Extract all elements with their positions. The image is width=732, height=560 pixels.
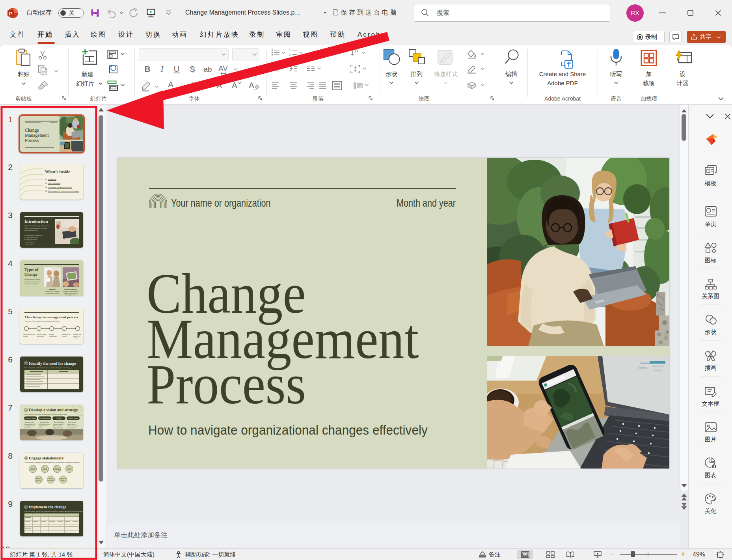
svg-text:owners: owners xyxy=(67,469,71,470)
svg-text:04: 04 xyxy=(25,506,27,508)
svg-text:A: A xyxy=(355,48,358,54)
svg-text:1: 1 xyxy=(289,49,291,52)
svg-text:end users: end users xyxy=(36,480,41,481)
svg-text:leaders: leaders xyxy=(61,480,65,481)
svg-text:02: 02 xyxy=(25,409,27,411)
svg-text:executives: executives xyxy=(30,469,36,470)
svg-text:employees: employees xyxy=(48,480,54,481)
svg-text:sponsors: sponsors xyxy=(43,469,48,470)
svg-text:01: 01 xyxy=(25,362,27,364)
svg-text:2: 2 xyxy=(289,53,291,56)
svg-text:03: 03 xyxy=(25,457,27,459)
svg-text:matter experts: matter experts xyxy=(53,469,61,470)
